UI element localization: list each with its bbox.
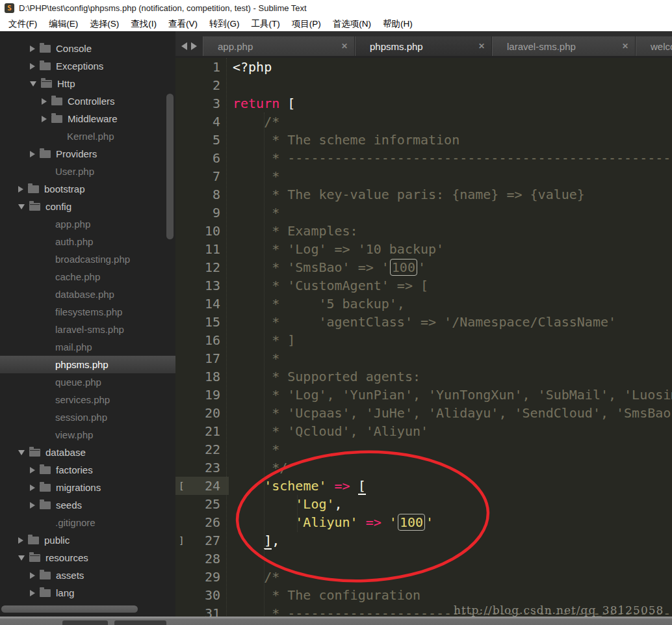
tab-scroll-right-icon[interactable] [191, 42, 197, 50]
line-number[interactable]: 25 [187, 495, 229, 513]
menu-item-s[interactable]: 选择(S) [84, 18, 125, 30]
menu-item-i[interactable]: 查找(I) [125, 18, 162, 30]
tree-folder-assets[interactable]: assets [0, 566, 175, 584]
expand-arrow-icon[interactable] [30, 502, 35, 509]
code-line-6[interactable]: 6 * ------------------------------------… [175, 149, 672, 167]
code-line-9[interactable]: 9 * [175, 204, 672, 222]
fold-marker-icon[interactable]: [ [175, 477, 187, 495]
code-line-14[interactable]: 14 * '5 backup', [175, 295, 672, 313]
code-line-15[interactable]: 15 * 'agentClass' => '/Namespace/ClassNa… [175, 313, 672, 331]
collapse-arrow-icon[interactable] [18, 204, 25, 209]
code-line-11[interactable]: 11 * 'Log' => '10 backup' [175, 240, 672, 258]
tree-file-services.php[interactable]: services.php [0, 391, 175, 408]
code-line-27[interactable]: ]27 ], [175, 531, 672, 550]
taskbar-button-stub[interactable] [62, 620, 108, 625]
line-number[interactable]: 1 [187, 58, 229, 76]
tree-folder-Middleware[interactable]: Middleware [0, 110, 175, 127]
expand-arrow-icon[interactable] [30, 590, 35, 596]
code-line-12[interactable]: 12 * 'SmsBao' => '100' [175, 258, 672, 276]
line-number[interactable]: 7 [187, 167, 229, 185]
tab-close-icon[interactable]: ✕ [622, 42, 628, 50]
menu-item-n[interactable]: 首选项(N) [327, 18, 377, 30]
expand-arrow-icon[interactable] [18, 186, 23, 193]
expand-arrow-icon[interactable] [30, 485, 35, 491]
tab-laravel-sms.php[interactable]: laravel-sms.php✕ [492, 36, 636, 56]
tab-phpsms.php[interactable]: phpsms.php✕ [355, 36, 492, 56]
tree-folder-public[interactable]: public [0, 531, 175, 549]
line-number[interactable]: 6 [187, 149, 229, 167]
code-line-19[interactable]: 19 * 'Log', 'YunPian', 'YunTongXun', 'Su… [175, 386, 672, 404]
line-number[interactable]: 5 [187, 131, 229, 149]
tab-close-icon[interactable]: ✕ [341, 42, 348, 50]
tree-file-filesystems.php[interactable]: filesystems.php [0, 303, 175, 321]
fold-marker-icon[interactable]: ] [175, 531, 187, 550]
expand-arrow-icon[interactable] [30, 572, 35, 579]
tree-folder-factories[interactable]: factories [0, 461, 175, 479]
menu-item-t[interactable]: 工具(T) [246, 18, 286, 30]
expand-arrow-icon[interactable] [30, 63, 35, 70]
line-number[interactable]: 9 [187, 204, 229, 222]
code-line-23[interactable]: 23 */ [175, 459, 672, 477]
code-line-26[interactable]: 26 'Aliyun' => '100' [175, 513, 672, 531]
code-line-22[interactable]: 22 * [175, 440, 672, 459]
code-area[interactable]: 1<?php23return [4 /*5 * The scheme infor… [175, 58, 672, 625]
sidebar-horizontal-scrollbar[interactable] [1, 605, 138, 613]
line-number[interactable]: 14 [187, 295, 229, 313]
tree-folder-Controllers[interactable]: Controllers [0, 92, 175, 110]
code-line-4[interactable]: 4 /* [175, 113, 672, 131]
tree-folder-migrations[interactable]: migrations [0, 479, 175, 496]
tree-file-auth.php[interactable]: auth.php [0, 233, 175, 250]
line-number[interactable]: 22 [187, 440, 229, 459]
line-number[interactable]: 15 [187, 313, 229, 331]
line-number[interactable]: 18 [187, 367, 229, 386]
code-line-10[interactable]: 10 * Examples: [175, 222, 672, 240]
tree-file-Kernel.php[interactable]: Kernel.php [0, 127, 175, 145]
tree-folder-seeds[interactable]: seeds [0, 496, 175, 514]
line-number[interactable]: 10 [187, 222, 229, 240]
code-line-25[interactable]: 25 'Log', [175, 495, 672, 513]
tree-file-phpsms.php[interactable]: phpsms.php [0, 356, 175, 373]
line-number[interactable]: 23 [187, 459, 229, 477]
line-number[interactable]: 8 [187, 185, 229, 204]
code-line-18[interactable]: 18 * Supported agents: [175, 367, 672, 386]
code-line-24[interactable]: [24 'scheme' => [ [175, 477, 672, 495]
tab-close-icon[interactable]: ✕ [478, 42, 485, 50]
collapse-arrow-icon[interactable] [18, 555, 25, 561]
tree-folder-Console[interactable]: Console [0, 40, 175, 57]
code-line-8[interactable]: 8 * The key-value paris: {name} => {valu… [175, 185, 672, 204]
tab-scroll-left-icon[interactable] [181, 42, 187, 50]
code-line-30[interactable]: 30 * The configuration [175, 586, 672, 604]
code-line-5[interactable]: 5 * The scheme information [175, 131, 672, 149]
expand-arrow-icon[interactable] [30, 467, 35, 473]
line-number[interactable]: 21 [187, 422, 229, 440]
tree-folder-database[interactable]: database [0, 444, 175, 461]
taskbar-button-stub[interactable] [114, 620, 166, 625]
tree-file-mail.php[interactable]: mail.php [0, 338, 175, 356]
line-number[interactable]: 17 [187, 349, 229, 367]
line-number[interactable]: 20 [187, 404, 229, 422]
line-number[interactable]: 4 [187, 113, 229, 131]
code-line-17[interactable]: 17 * [175, 349, 672, 367]
code-line-7[interactable]: 7 * [175, 167, 672, 185]
menu-item-g[interactable]: 转到(G) [203, 18, 246, 30]
tree-file-User.php[interactable]: User.php [0, 163, 175, 180]
tree-folder-resources[interactable]: resources [0, 549, 175, 566]
line-number[interactable]: 27 [187, 531, 229, 550]
tree-folder-Http[interactable]: Http [0, 75, 175, 92]
tree-file-.gitignore[interactable]: .gitignore [0, 514, 175, 531]
code-line-29[interactable]: 29 /* [175, 568, 672, 586]
tree-file-app.php[interactable]: app.php [0, 215, 175, 233]
tree-folder-Exceptions[interactable]: Exceptions [0, 57, 175, 75]
tree-file-broadcasting.php[interactable]: broadcasting.php [0, 250, 175, 268]
tree-file-queue.php[interactable]: queue.php [0, 373, 175, 391]
tab-app.php[interactable]: app.php✕ [203, 36, 355, 56]
line-number[interactable]: 3 [187, 94, 229, 113]
tree-folder-Providers[interactable]: Providers [0, 145, 175, 163]
line-number[interactable]: 30 [187, 586, 229, 604]
code-line-28[interactable]: 28 [175, 550, 672, 568]
line-number[interactable]: 24 [187, 477, 229, 495]
line-number[interactable]: 12 [187, 258, 229, 276]
line-number[interactable]: 19 [187, 386, 229, 404]
tree-file-view.php[interactable]: view.php [0, 426, 175, 444]
tree-file-laravel-sms.php[interactable]: laravel-sms.php [0, 321, 175, 338]
